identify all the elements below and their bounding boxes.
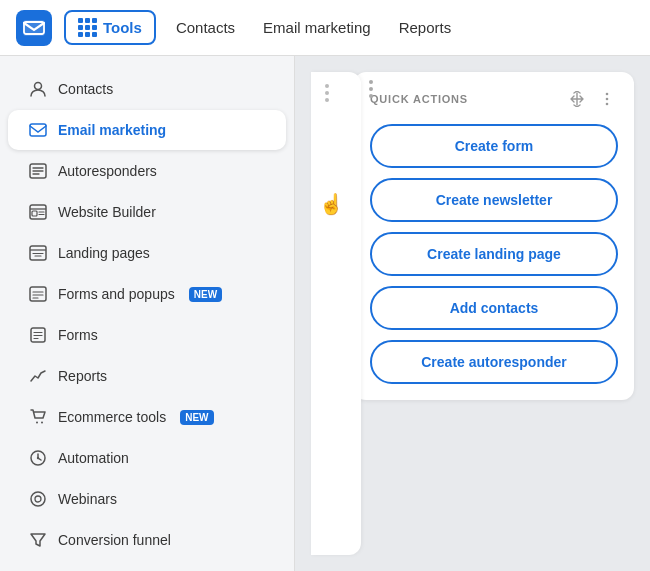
- more-options-icon[interactable]: [596, 88, 618, 110]
- reports-label: Reports: [58, 368, 107, 384]
- quick-actions-controls: [566, 88, 618, 110]
- contacts-label: Contacts: [58, 81, 113, 97]
- svg-point-26: [31, 492, 45, 506]
- automation-icon: [28, 448, 48, 468]
- create-form-button[interactable]: Create form: [370, 124, 618, 168]
- sidebar-item-chats[interactable]: Chats: [8, 561, 286, 571]
- sidebar-item-ecommerce-tools[interactable]: Ecommerce tools NEW: [8, 397, 286, 437]
- forms-icon: [28, 325, 48, 345]
- top-nav: Tools Contacts Email marketing Reports: [0, 0, 650, 56]
- website-builder-icon: [28, 202, 48, 222]
- sidebar-item-automation[interactable]: Automation: [8, 438, 286, 478]
- sidebar-item-conversion-funnel[interactable]: Conversion funnel: [8, 520, 286, 560]
- email-marketing-icon: [28, 120, 48, 140]
- create-landing-page-button[interactable]: Create landing page: [370, 232, 618, 276]
- forms-popups-icon: [28, 284, 48, 304]
- drag-cursor: ☝: [319, 192, 344, 216]
- move-icon[interactable]: [566, 88, 588, 110]
- ecommerce-icon: [28, 407, 48, 427]
- tools-label: Tools: [103, 19, 142, 36]
- forms-and-popups-label: Forms and popups: [58, 286, 175, 302]
- svg-rect-14: [30, 287, 46, 301]
- add-contacts-button[interactable]: Add contacts: [370, 286, 618, 330]
- ecommerce-badge: NEW: [180, 410, 213, 425]
- nav-items: Contacts Email marketing Reports: [176, 15, 451, 40]
- main-layout: Contacts Email marketing Autoresponders: [0, 56, 650, 571]
- svg-point-30: [606, 103, 609, 106]
- partial-card-dots: [325, 84, 329, 102]
- contacts-icon: [28, 79, 48, 99]
- quick-actions-title: QUICK ACTIONS: [370, 93, 468, 105]
- svg-point-25: [37, 457, 39, 459]
- svg-point-22: [36, 422, 38, 424]
- webinars-label: Webinars: [58, 491, 117, 507]
- forms-popups-badge: NEW: [189, 287, 222, 302]
- reports-icon: [28, 366, 48, 386]
- svg-rect-7: [32, 211, 37, 216]
- partial-card: ☝: [311, 72, 361, 555]
- landing-pages-label: Landing pages: [58, 245, 150, 261]
- sidebar-item-email-marketing[interactable]: Email marketing: [8, 110, 286, 150]
- autoresponders-label: Autoresponders: [58, 163, 157, 179]
- sidebar-item-reports[interactable]: Reports: [8, 356, 286, 396]
- quick-actions-header: QUICK ACTIONS: [370, 88, 618, 110]
- create-newsletter-button[interactable]: Create newsletter: [370, 178, 618, 222]
- svg-point-23: [41, 422, 43, 424]
- sidebar-item-landing-pages[interactable]: Landing pages: [8, 233, 286, 273]
- webinars-icon: [28, 489, 48, 509]
- nav-email-marketing[interactable]: Email marketing: [263, 15, 371, 40]
- content-area: ☝ QUICK ACTIONS: [295, 56, 650, 571]
- landing-pages-icon: [28, 243, 48, 263]
- email-marketing-label: Email marketing: [58, 122, 166, 138]
- create-autoresponder-button[interactable]: Create autoresponder: [370, 340, 618, 384]
- svg-rect-3: [30, 124, 46, 136]
- automation-label: Automation: [58, 450, 129, 466]
- quick-actions-card: QUICK ACTIONS: [354, 72, 634, 400]
- section-menu-button[interactable]: [369, 80, 373, 98]
- sidebar-item-autoresponders[interactable]: Autoresponders: [8, 151, 286, 191]
- svg-point-28: [606, 93, 609, 96]
- nav-reports[interactable]: Reports: [399, 15, 452, 40]
- sidebar-item-forms-and-popups[interactable]: Forms and popups NEW: [8, 274, 286, 314]
- ecommerce-label: Ecommerce tools: [58, 409, 166, 425]
- sidebar-item-contacts[interactable]: Contacts: [8, 69, 286, 109]
- tools-nav-button[interactable]: Tools: [64, 10, 156, 45]
- forms-label: Forms: [58, 327, 98, 343]
- sidebar-item-forms[interactable]: Forms: [8, 315, 286, 355]
- grid-icon: [78, 18, 97, 37]
- logo[interactable]: [16, 10, 52, 46]
- svg-point-29: [606, 98, 609, 101]
- content-wrapper: ☝ QUICK ACTIONS: [311, 72, 634, 555]
- nav-contacts[interactable]: Contacts: [176, 15, 235, 40]
- sidebar-item-website-builder[interactable]: Website Builder: [8, 192, 286, 232]
- autoresponders-icon: [28, 161, 48, 181]
- conversion-funnel-icon: [28, 530, 48, 550]
- website-builder-label: Website Builder: [58, 204, 156, 220]
- svg-point-27: [35, 496, 41, 502]
- sidebar: Contacts Email marketing Autoresponders: [0, 56, 295, 571]
- conversion-funnel-label: Conversion funnel: [58, 532, 171, 548]
- svg-point-2: [35, 83, 42, 90]
- sidebar-item-webinars[interactable]: Webinars: [8, 479, 286, 519]
